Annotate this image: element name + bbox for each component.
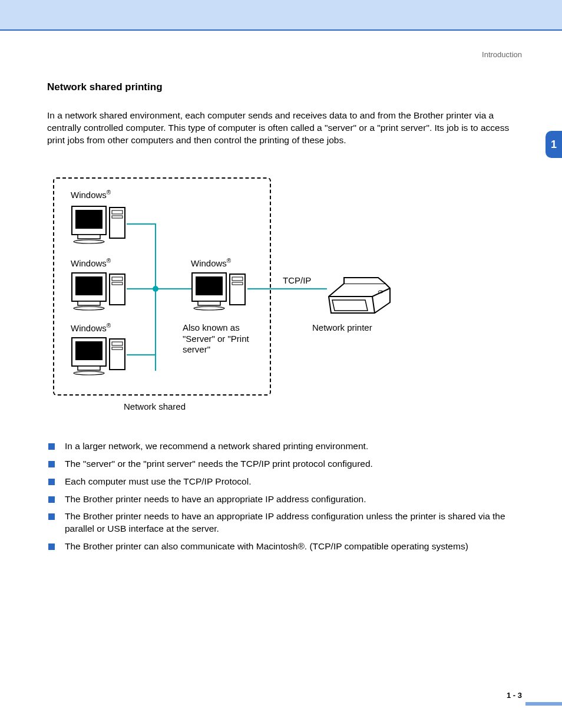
chapter-name: Introduction (482, 50, 522, 59)
list-item: The Brother printer can also communicate… (47, 541, 524, 553)
line-to-c3 (127, 354, 156, 355)
footer-accent-bar (525, 702, 562, 706)
list-item: Each computer must use the TCP/IP Protoc… (47, 476, 524, 488)
section-heading: Network shared printing (47, 81, 524, 93)
network-printer-icon (324, 271, 395, 320)
tcpip-label: TCP/IP (283, 275, 311, 285)
svg-rect-1 (75, 210, 103, 229)
svg-point-24 (194, 307, 224, 310)
svg-point-3 (74, 240, 104, 243)
list-item: In a larger network, we recommend a netw… (47, 440, 524, 453)
page-number: 1 - 3 (507, 691, 522, 700)
bullet-list: In a larger network, we recommend a netw… (47, 440, 524, 553)
chapter-tab: 1 (546, 131, 562, 158)
header-band (0, 0, 562, 31)
client1-label: Windows® (71, 189, 111, 200)
server-sublabel: Also known as "Server" or "Print server" (183, 322, 265, 355)
svg-point-17 (74, 371, 104, 375)
network-shared-label: Network shared (124, 401, 186, 411)
printer-label: Network printer (312, 322, 372, 332)
line-to-c2 (127, 288, 156, 289)
line-to-printer (247, 288, 327, 289)
line-vertical (155, 223, 156, 371)
list-item: The Brother printer needs to have an app… (47, 493, 524, 506)
list-item: The "server" or the "print server" needs… (47, 458, 524, 470)
network-diagram: Windows® Windows® Windows® Windows® Also… (47, 170, 424, 418)
junction-dot-icon (153, 286, 158, 292)
client3-label: Windows® (71, 322, 111, 333)
line-to-c1 (127, 223, 156, 225)
svg-point-10 (74, 307, 104, 310)
client2-pc-icon (70, 269, 123, 311)
client3-pc-icon (70, 334, 123, 375)
svg-rect-9 (78, 301, 100, 305)
svg-rect-8 (75, 276, 103, 295)
client2-label: Windows® (71, 258, 111, 268)
server-label: Windows® (191, 258, 231, 268)
list-item: The Brother printer needs to have an app… (47, 510, 524, 535)
intro-paragraph: In a network shared environment, each co… (47, 110, 524, 147)
client1-pc-icon (70, 203, 123, 244)
page-content: Network shared printing In a network sha… (47, 81, 524, 558)
svg-rect-16 (78, 366, 100, 370)
svg-rect-23 (198, 301, 220, 305)
server-pc-icon (190, 269, 243, 311)
svg-rect-22 (196, 276, 223, 295)
svg-rect-2 (78, 235, 100, 239)
svg-rect-15 (75, 341, 103, 360)
